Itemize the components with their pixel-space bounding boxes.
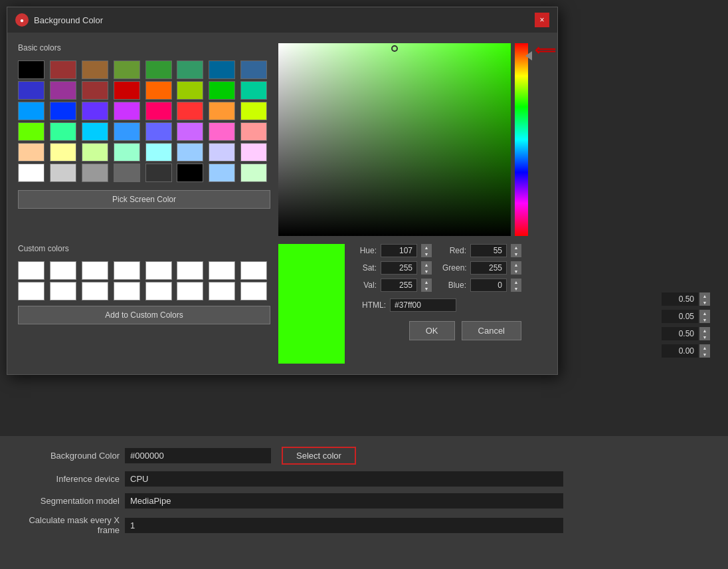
basic-color-swatch[interactable] — [50, 81, 76, 100]
custom-color-swatch[interactable] — [145, 282, 172, 300]
spinner-2-up[interactable]: ▲ — [699, 310, 710, 316]
seg-select[interactable]: MediaPipe — [125, 493, 563, 509]
sat-down[interactable]: ▼ — [421, 268, 432, 275]
custom-color-swatch[interactable] — [177, 282, 203, 300]
custom-color-swatch[interactable] — [240, 261, 267, 280]
basic-color-swatch[interactable] — [82, 102, 108, 120]
spinner-2-down[interactable]: ▼ — [699, 316, 710, 323]
blue-up[interactable]: ▲ — [511, 279, 521, 285]
color-gradient-picker[interactable] — [278, 43, 511, 236]
basic-color-swatch[interactable] — [177, 81, 203, 100]
cancel-button[interactable]: Cancel — [462, 321, 521, 340]
basic-color-swatch[interactable] — [82, 60, 108, 79]
basic-color-swatch[interactable] — [209, 122, 235, 141]
basic-color-swatch[interactable] — [50, 60, 76, 79]
basic-color-swatch[interactable] — [18, 60, 45, 79]
spinner-1-down[interactable]: ▼ — [699, 299, 710, 306]
custom-color-swatch[interactable] — [50, 261, 76, 280]
basic-color-swatch[interactable] — [82, 164, 108, 182]
blue-down[interactable]: ▼ — [511, 285, 521, 292]
inference-select[interactable]: CPU — [125, 471, 563, 487]
blue-input[interactable] — [470, 279, 507, 292]
select-color-button[interactable]: Select color — [282, 447, 356, 465]
custom-color-swatch[interactable] — [50, 282, 76, 300]
spinner-3-down[interactable]: ▼ — [699, 334, 710, 340]
basic-color-swatch[interactable] — [114, 164, 140, 182]
green-up[interactable]: ▲ — [511, 261, 521, 268]
basic-color-swatch[interactable] — [240, 102, 267, 120]
basic-color-swatch[interactable] — [177, 60, 203, 79]
spinner-3-input[interactable] — [662, 327, 698, 340]
spinner-4-down[interactable]: ▼ — [699, 351, 710, 358]
red-down[interactable]: ▼ — [511, 251, 521, 257]
basic-color-swatch[interactable] — [114, 60, 140, 79]
basic-color-swatch[interactable] — [18, 122, 45, 141]
add-custom-button[interactable]: Add to Custom Colors — [18, 306, 270, 324]
basic-color-swatch[interactable] — [240, 143, 267, 162]
basic-color-swatch[interactable] — [209, 60, 235, 79]
basic-color-swatch[interactable] — [114, 81, 140, 100]
red-up[interactable]: ▲ — [511, 244, 521, 251]
hue-input[interactable] — [381, 244, 417, 257]
basic-color-swatch[interactable] — [240, 122, 267, 141]
basic-color-swatch[interactable] — [209, 164, 235, 182]
basic-color-swatch[interactable] — [114, 122, 140, 141]
basic-color-swatch[interactable] — [82, 81, 108, 100]
custom-color-swatch[interactable] — [18, 261, 45, 280]
basic-color-swatch[interactable] — [50, 164, 76, 182]
basic-color-swatch[interactable] — [50, 122, 76, 141]
bg-color-input[interactable] — [125, 448, 271, 463]
val-input[interactable] — [381, 279, 417, 292]
pick-screen-button[interactable]: Pick Screen Color — [18, 190, 270, 209]
spinner-1-input[interactable] — [662, 292, 698, 306]
basic-color-swatch[interactable] — [18, 143, 45, 162]
basic-color-swatch[interactable] — [145, 164, 172, 182]
custom-color-swatch[interactable] — [145, 261, 172, 280]
basic-color-swatch[interactable] — [50, 143, 76, 162]
basic-color-swatch[interactable] — [145, 60, 172, 79]
basic-color-swatch[interactable] — [177, 143, 203, 162]
custom-color-swatch[interactable] — [114, 261, 140, 280]
basic-color-swatch[interactable] — [177, 164, 203, 182]
custom-color-swatch[interactable] — [82, 282, 108, 300]
basic-color-swatch[interactable] — [240, 60, 267, 79]
spinner-3-up[interactable]: ▲ — [699, 327, 710, 334]
val-down[interactable]: ▼ — [421, 285, 432, 292]
basic-color-swatch[interactable] — [82, 143, 108, 162]
basic-color-swatch[interactable] — [145, 143, 172, 162]
basic-color-swatch[interactable] — [177, 102, 203, 120]
custom-color-swatch[interactable] — [177, 261, 203, 280]
spinner-1-up[interactable]: ▲ — [699, 292, 710, 299]
custom-color-swatch[interactable] — [114, 282, 140, 300]
basic-color-swatch[interactable] — [145, 81, 172, 100]
basic-color-swatch[interactable] — [82, 122, 108, 141]
basic-color-swatch[interactable] — [18, 164, 45, 182]
basic-color-swatch[interactable] — [114, 143, 140, 162]
sat-input[interactable] — [381, 261, 417, 275]
hue-down[interactable]: ▼ — [421, 251, 432, 257]
spinner-2-input[interactable] — [662, 310, 698, 323]
dialog-close-button[interactable]: × — [535, 13, 549, 27]
basic-color-swatch[interactable] — [18, 81, 45, 100]
custom-color-swatch[interactable] — [82, 261, 108, 280]
basic-color-swatch[interactable] — [209, 81, 235, 100]
basic-color-swatch[interactable] — [240, 81, 267, 100]
basic-color-swatch[interactable] — [145, 102, 172, 120]
sat-up[interactable]: ▲ — [421, 261, 432, 268]
custom-color-swatch[interactable] — [209, 282, 235, 300]
spinner-4-input[interactable] — [662, 344, 698, 358]
val-up[interactable]: ▲ — [421, 279, 432, 285]
custom-color-swatch[interactable] — [240, 282, 267, 300]
basic-color-swatch[interactable] — [50, 102, 76, 120]
basic-color-swatch[interactable] — [209, 102, 235, 120]
hue-up[interactable]: ▲ — [421, 244, 432, 251]
red-input[interactable] — [470, 244, 507, 257]
green-input[interactable] — [470, 261, 507, 275]
basic-color-swatch[interactable] — [145, 122, 172, 141]
basic-color-swatch[interactable] — [240, 164, 267, 182]
html-input[interactable] — [390, 298, 456, 312]
custom-color-swatch[interactable] — [209, 261, 235, 280]
ok-button[interactable]: OK — [409, 321, 455, 340]
calc-select[interactable]: 1 — [125, 518, 563, 533]
custom-color-swatch[interactable] — [18, 282, 45, 300]
